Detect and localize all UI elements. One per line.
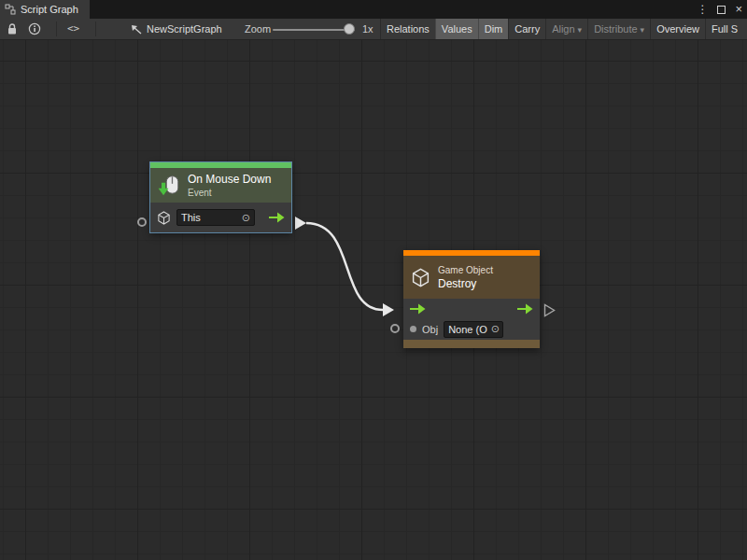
obj-value-port-dot[interactable]	[410, 326, 416, 332]
code-view-icon[interactable]: <>	[67, 19, 79, 39]
dim-button[interactable]: Dim	[478, 19, 509, 39]
maximize-icon[interactable]	[717, 6, 726, 14]
align-label: Align	[552, 23, 574, 35]
destroy-node-category: Game Object	[438, 265, 493, 275]
distribute-dropdown[interactable]: Distribute▾	[587, 19, 650, 39]
event-target-value: This	[181, 212, 201, 223]
graph-toolbar: <> NewScriptGraph Zoom 1x Relations Valu…	[0, 19, 747, 40]
script-graph-window: Script Graph ⋮ × <> NewScriptGraph Zoom	[0, 0, 747, 560]
zoom-label: Zoom	[245, 19, 271, 39]
window-menu-icon[interactable]: ⋮	[697, 0, 708, 19]
destroy-node-header: Game Object Destroy	[403, 256, 540, 299]
graph-pointer-icon	[131, 24, 142, 35]
window-controls: ⋮ ×	[697, 0, 742, 19]
values-button[interactable]: Values	[435, 19, 478, 39]
destroy-flow-input-port[interactable]	[410, 303, 426, 315]
destroy-node[interactable]: Game Object Destroy Obj None (O ⊙	[403, 250, 540, 348]
toolbar-separator	[95, 21, 96, 36]
relations-button[interactable]: Relations	[380, 19, 435, 39]
graph-canvas[interactable]	[0, 40, 747, 560]
game-object-cube-icon	[157, 211, 171, 225]
game-object-cube-icon	[411, 268, 430, 287]
chevron-down-icon: ▾	[641, 25, 645, 35]
tab-bar: Script Graph ⋮ ×	[0, 0, 747, 19]
event-flow-output-port[interactable]	[269, 212, 285, 223]
tab-label: Script Graph	[21, 4, 78, 15]
info-icon[interactable]	[28, 22, 41, 35]
on-mouse-down-node[interactable]: On Mouse Down Event This ⊙	[150, 162, 291, 232]
close-icon[interactable]: ×	[735, 0, 742, 19]
chevron-down-icon: ▾	[578, 25, 583, 35]
object-picker-icon[interactable]: ⊙	[242, 212, 250, 224]
carry-label: Carry	[514, 23, 540, 35]
zoom-value: 1x	[362, 19, 374, 39]
obj-value-field[interactable]: None (O ⊙	[444, 321, 503, 338]
destroy-node-title: Destroy	[438, 277, 493, 290]
destroy-flow-row	[403, 299, 540, 318]
mouse-down-icon	[157, 174, 181, 198]
destroy-node-footer	[403, 340, 540, 348]
event-node-body: This ⊙	[150, 203, 291, 232]
event-node-titles: On Mouse Down Event	[188, 173, 271, 198]
script-graph-tab-icon	[5, 4, 16, 15]
object-picker-icon[interactable]: ⊙	[491, 323, 500, 335]
values-label: Values	[442, 23, 472, 35]
event-node-title: On Mouse Down	[188, 173, 271, 186]
zoom-slider-track[interactable]	[273, 29, 355, 31]
destroy-flow-output-port[interactable]	[517, 303, 533, 315]
align-dropdown[interactable]: Align▾	[545, 19, 587, 39]
distribute-label: Distribute	[594, 23, 637, 35]
event-node-header: On Mouse Down Event	[150, 168, 291, 203]
toolbar-buttons: Relations Values Dim Carry Align▾ Distri…	[380, 19, 747, 39]
obj-value-text: None (O	[448, 324, 487, 335]
fullscreen-label: Full S	[712, 23, 738, 35]
destroy-obj-row: Obj None (O ⊙	[403, 318, 540, 340]
event-target-field[interactable]: This ⊙	[176, 209, 255, 226]
event-node-subtitle: Event	[188, 188, 271, 198]
overview-label: Overview	[656, 23, 699, 35]
relations-label: Relations	[387, 23, 430, 35]
destroy-obj-input-port[interactable]	[390, 324, 400, 333]
event-target-input-port[interactable]	[137, 217, 147, 227]
tab-script-graph[interactable]: Script Graph	[0, 0, 90, 19]
graph-name-breadcrumb[interactable]: NewScriptGraph	[147, 19, 222, 39]
dim-label: Dim	[485, 23, 503, 35]
destroy-node-titles: Game Object Destroy	[438, 265, 493, 290]
lock-icon[interactable]	[7, 23, 18, 35]
obj-arg-label: Obj	[422, 324, 438, 335]
destroy-output-hint-arrow	[543, 303, 556, 317]
fullscreen-button[interactable]: Full S	[705, 19, 743, 39]
toolbar-separator	[56, 21, 57, 36]
zoom-slider-knob[interactable]	[344, 23, 355, 35]
carry-button[interactable]: Carry	[508, 19, 545, 39]
overview-button[interactable]: Overview	[650, 19, 705, 39]
